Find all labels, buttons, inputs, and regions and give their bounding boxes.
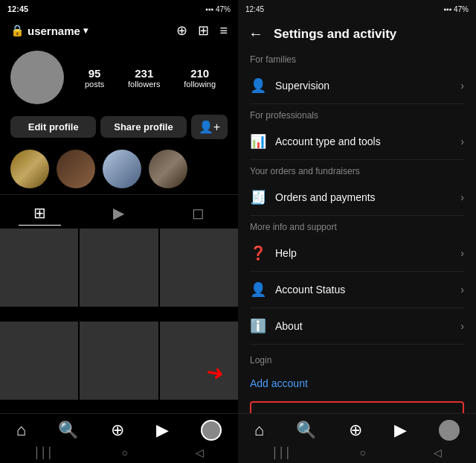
- top-nav: 🔒 username ▾ ⊕ ⊞ ≡: [0, 18, 238, 43]
- menu-icon[interactable]: ≡: [219, 23, 228, 39]
- left-bottom-nav: ⌂ 🔍 ⊕ ▶: [0, 413, 238, 444]
- account-type-label: Account type and tools: [275, 135, 381, 147]
- right-status-icons: ▪▪▪ 47%: [444, 5, 469, 13]
- grid-tab[interactable]: ⊞: [19, 201, 61, 226]
- left-time: 12:45: [7, 4, 28, 13]
- lock-icon: 🔒: [10, 24, 25, 37]
- username-row[interactable]: 🔒 username ▾: [10, 24, 88, 37]
- recents-gesture: ◁: [196, 447, 204, 459]
- followers-count: 231: [128, 67, 160, 80]
- account-status-chevron: ›: [460, 284, 464, 296]
- account-type-item[interactable]: 📊 Account type and tools ›: [238, 124, 476, 159]
- posts-label: posts: [85, 80, 104, 89]
- photo-grid: ➜: [0, 229, 238, 413]
- add-post-icon[interactable]: ⊞: [198, 22, 209, 39]
- profile-avatar-nav[interactable]: [201, 420, 222, 441]
- highlights-row: [0, 144, 238, 194]
- help-item[interactable]: ❓ Help ›: [238, 235, 476, 271]
- r-battery-icon: 47%: [454, 5, 469, 13]
- add-icon[interactable]: ⊕: [111, 421, 124, 440]
- page-title: Settings and activity: [274, 27, 396, 42]
- following-label: following: [184, 80, 216, 89]
- grid-item[interactable]: [80, 229, 158, 307]
- r-home-gesture: ○: [359, 447, 365, 459]
- home-icon[interactable]: ⌂: [16, 421, 26, 440]
- profile-section: 95 posts 231 followers 210 following: [0, 43, 238, 110]
- left-status-icons: ▪▪▪ 47%: [205, 5, 231, 13]
- login-section: Login Add account Log out Log out of all…: [238, 345, 476, 413]
- right-system-bar: │││ ○ ◁: [238, 444, 476, 463]
- orders-chevron: ›: [460, 191, 464, 203]
- add-account-button[interactable]: Add account: [238, 368, 476, 398]
- right-panel: 12:45 ▪▪▪ 47% ← Settings and activity Fo…: [238, 0, 476, 463]
- supervision-item[interactable]: 👤 Supervision ›: [238, 68, 476, 103]
- avatar[interactable]: [10, 51, 64, 104]
- add-person-button[interactable]: 👤+: [191, 115, 228, 139]
- about-left: ℹ️ About: [250, 318, 303, 334]
- for-professionals-label: For professionals: [238, 104, 476, 124]
- r-search-icon[interactable]: 🔍: [296, 421, 316, 440]
- left-status-bar: 12:45 ▪▪▪ 47%: [0, 0, 238, 18]
- settings-scroll[interactable]: For families 👤 Supervision › For profess…: [238, 48, 476, 413]
- r-back-gesture: │││: [272, 447, 292, 459]
- highlight-item[interactable]: [103, 150, 141, 188]
- about-item[interactable]: ℹ️ About ›: [238, 308, 476, 344]
- highlight-item[interactable]: [10, 150, 49, 188]
- followers-label: followers: [128, 80, 160, 89]
- following-count: 210: [184, 67, 216, 80]
- posts-count: 95: [85, 67, 104, 80]
- username-label: username: [28, 25, 80, 37]
- account-status-icon: 👤: [250, 281, 266, 298]
- following-stat: 210 following: [184, 67, 216, 89]
- account-type-chevron: ›: [460, 135, 464, 147]
- right-status-bar: 12:45 ▪▪▪ 47%: [238, 0, 476, 18]
- log-out-button[interactable]: Log out: [250, 401, 464, 413]
- orders-label: Orders and payments: [275, 191, 376, 203]
- back-gesture: │││: [34, 447, 54, 459]
- supervision-icon: 👤: [250, 77, 266, 94]
- r-add-icon[interactable]: ⊕: [349, 421, 362, 440]
- highlight-circle: [10, 150, 49, 188]
- r-signal-icon: ▪▪▪: [444, 5, 452, 13]
- grid-item[interactable]: ➜: [160, 322, 238, 400]
- tabs-row: ⊞ ▶ ◻: [0, 194, 238, 229]
- account-status-item[interactable]: 👤 Account Status ›: [238, 272, 476, 307]
- home-gesture: ○: [121, 447, 127, 459]
- highlight-item[interactable]: [57, 150, 95, 188]
- r-profile-avatar-nav[interactable]: [439, 420, 460, 441]
- reels-icon[interactable]: ▶: [156, 421, 169, 440]
- nav-icons: ⊕ ⊞ ≡: [176, 22, 228, 39]
- for-families-label: For families: [238, 48, 476, 68]
- reels-tab[interactable]: ▶: [98, 201, 139, 226]
- right-header: ← Settings and activity: [238, 18, 476, 48]
- action-buttons: Edit profile Share profile 👤+: [0, 110, 238, 144]
- left-system-bar: │││ ○ ◁: [0, 444, 238, 463]
- help-label: Help: [275, 247, 297, 259]
- account-type-icon: 📊: [250, 133, 266, 150]
- share-profile-button[interactable]: Share profile: [100, 116, 186, 138]
- search-icon[interactable]: 🔍: [58, 421, 78, 440]
- highlight-item[interactable]: [149, 150, 187, 188]
- grid-item[interactable]: [80, 322, 158, 400]
- about-label: About: [275, 320, 303, 332]
- orders-icon: 🧾: [250, 189, 266, 205]
- edit-profile-button[interactable]: Edit profile: [10, 116, 96, 138]
- r-reels-icon[interactable]: ▶: [394, 421, 407, 440]
- tagged-tab[interactable]: ◻: [177, 201, 219, 226]
- orders-item[interactable]: 🧾 Orders and payments ›: [238, 179, 476, 215]
- supervision-chevron: ›: [460, 80, 464, 92]
- followers-stat: 231 followers: [128, 67, 160, 89]
- highlight-circle: [103, 150, 141, 188]
- account-status-label: Account Status: [275, 284, 345, 296]
- supervision-left: 👤 Supervision: [250, 77, 329, 94]
- threads-icon[interactable]: ⊕: [176, 22, 187, 39]
- about-icon: ℹ️: [250, 318, 266, 334]
- battery-icon: 47%: [216, 5, 231, 13]
- right-bottom-nav: ⌂ 🔍 ⊕ ▶: [238, 413, 476, 444]
- back-button[interactable]: ←: [248, 25, 263, 42]
- grid-item[interactable]: [0, 229, 78, 307]
- grid-item[interactable]: [0, 322, 78, 400]
- highlight-circle: [149, 150, 187, 188]
- grid-item[interactable]: [160, 229, 238, 307]
- r-home-icon[interactable]: ⌂: [254, 421, 264, 440]
